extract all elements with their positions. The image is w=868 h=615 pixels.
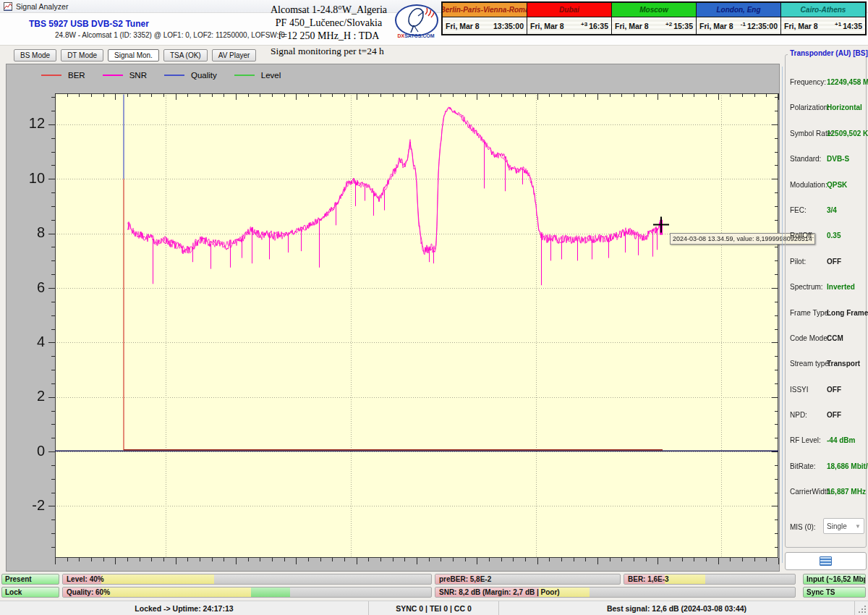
satellite-line1: Alcomsat 1-24.8°W_Algeria <box>255 4 403 17</box>
clock-time-text: 15:35 <box>673 22 693 30</box>
clock-time-text: 13:35:00 <box>493 22 524 30</box>
legend-label: Quality <box>191 71 217 80</box>
clock-city: Berlin-Paris-Vienna-Roma <box>443 3 527 17</box>
meter-label: BER: 1,6E-3 <box>628 575 669 583</box>
field-label: ISSYI <box>790 386 809 394</box>
signal-plot-canvas[interactable] <box>7 86 780 572</box>
clock-time-row: Fri, Mar 8+215:35 <box>612 17 696 34</box>
meter-label: Quality: 60% <box>67 588 110 596</box>
clock-time-value: 13:35:00 <box>493 22 524 30</box>
legend-swatch <box>234 75 255 76</box>
clock-time-value: +316:35 <box>579 22 608 30</box>
clock-column-1: Berlin-Paris-Vienna-RomaFri, Mar 813:35:… <box>443 3 527 34</box>
meter-label: preBER: 5,8E-2 <box>439 575 491 583</box>
meter-bar: BER: 1,6E-3 <box>624 574 796 585</box>
tab-tsa-ok[interactable]: TSA (OK) <box>163 49 208 62</box>
clock-city: London, Eng <box>697 3 780 17</box>
field-value: 12509,502 KS/s <box>827 130 868 137</box>
tab-bar: BS ModeDT ModeSignal Mon.TSA (OK)AV Play… <box>14 49 256 62</box>
clock-column-3: MoscowFri, Mar 8+215:35 <box>612 3 697 34</box>
legend-label: SNR <box>129 71 147 80</box>
field-label: Stream type: <box>790 360 831 368</box>
field-value: Horizontal <box>827 103 862 111</box>
field-label: NPD: <box>790 411 807 419</box>
panel-splitter[interactable] <box>782 67 783 563</box>
field-value: Transport <box>827 360 860 368</box>
clock-date: Fri, Mar 8 <box>446 22 480 30</box>
status-badge: Present <box>1 574 59 585</box>
field-value: Inverted <box>827 283 855 291</box>
meter-label: Level: 40% <box>67 575 104 583</box>
status-badge: Sync TS <box>803 587 866 598</box>
field-value: Long Frame <box>827 309 868 317</box>
tab-dt-mode[interactable]: DT Mode <box>61 49 103 62</box>
chevron-down-icon: ▼ <box>855 523 861 530</box>
statusbar: Locked -> Uptime: 24:17:13 SYNC 0 | TEI … <box>0 601 868 615</box>
statusbar-best-signal: Best signal: 12,6 dB (2024-03-08 03:44) <box>499 601 855 615</box>
clock-time-row: Fri, Mar 8+316:35 <box>527 17 611 34</box>
clock-column-4: London, EngFri, Mar 8-112:35:00 <box>697 3 781 34</box>
clock-column-5: Cairo-AthensFri, Mar 8+114:35 <box>781 3 865 34</box>
resize-grip[interactable] <box>855 601 868 615</box>
transponder-fields: Frequency:12249,458 MHzPolarization:Hori… <box>786 72 867 508</box>
status-badge: Lock <box>1 587 59 598</box>
tab-bs-mode[interactable]: BS Mode <box>14 49 56 62</box>
legend-swatch <box>164 75 184 76</box>
field-value: DVB-S <box>827 155 849 163</box>
field-label: Frame Type: <box>790 309 830 317</box>
clock-time-row: Fri, Mar 813:35:00 <box>443 17 527 34</box>
legend-swatch <box>41 75 61 76</box>
field-value: 18,686 Mbit/s <box>827 462 868 470</box>
field-value: CCM <box>827 334 843 342</box>
field-row: Polarization:Horizontal <box>786 98 867 123</box>
field-row: Stream type:Transport <box>786 354 867 379</box>
clock-time-text: 12:35:00 <box>747 22 778 30</box>
field-label: BitRate: <box>790 462 816 470</box>
field-row: Frame Type:Long Frame <box>786 303 867 328</box>
tab-av-player[interactable]: AV Player <box>212 49 257 62</box>
mis-dropdown[interactable]: Single ▼ <box>823 518 864 534</box>
monitoring-title: Signal monitoring per t=24 h <box>271 46 384 57</box>
stream-capture-button[interactable] <box>785 552 867 570</box>
field-row: CarrierWidth:16,887 MHz <box>786 482 867 507</box>
field-value: 3/4 <box>827 206 837 214</box>
clock-time-value: +114:35 <box>833 22 862 30</box>
field-row: BitRate:18,686 Mbit/s <box>786 457 867 482</box>
legend-item-snr: SNR <box>103 71 147 80</box>
meter-bar: SNR: 8,2 dB (Margin: 2,7 dB | Poor) <box>435 587 796 598</box>
app-icon <box>4 2 12 11</box>
meter-segment-green <box>251 588 290 597</box>
field-value: OFF <box>827 258 841 266</box>
satellite-line2: PF 450_Lučenec/Slovakia <box>255 17 403 30</box>
clock-city: Cairo-Athens <box>781 3 865 17</box>
meters: PresentLevel: 40%preBER: 5,8E-2BER: 1,6E… <box>0 573 868 600</box>
meter-bar: Level: 40% <box>62 574 432 585</box>
clock-time-value: +215:35 <box>664 22 693 30</box>
field-label: Pilot: <box>790 258 806 266</box>
chart-widget: BERSNRQualityLevel 2024-03-08 13.34.59, … <box>6 64 780 572</box>
legend-label: BER <box>68 71 85 80</box>
clock-time-value: -112:35:00 <box>739 22 778 30</box>
satellite-dish-icon <box>395 4 438 36</box>
field-value: 16,887 MHz <box>827 488 866 496</box>
signal-analyzer-window: Signal Analyzer TBS 5927 USB DVB-S2 Tune… <box>0 0 868 615</box>
field-row: ISSYIOFF <box>786 380 867 405</box>
dxsatcs-logo: DXSATCS.COM <box>393 4 438 39</box>
field-label: RF Level: <box>790 436 821 444</box>
clock-city: Dubai <box>527 3 611 17</box>
clock-column-2: DubaiFri, Mar 8+316:35 <box>527 3 612 34</box>
clock-utc-offset: +1 <box>835 21 841 27</box>
satellite-line3: f=12 250 MHz_H : TDA <box>255 30 403 43</box>
field-value: 0.35 <box>827 232 841 239</box>
transponder-fieldset: Frequency:12249,458 MHzPolarization:Hori… <box>785 54 867 548</box>
mis-value: Single <box>827 522 847 530</box>
field-label: Polarization: <box>790 103 830 111</box>
clock-time-row: Fri, Mar 8-112:35:00 <box>697 17 780 34</box>
statusbar-sync: SYNC 0 | TEI 0 | CC 0 <box>369 601 499 615</box>
tuner-title: TBS 5927 USB DVB-S2 Tuner <box>29 19 149 29</box>
field-label: RollOff: <box>790 232 814 239</box>
meter-label: SNR: 8,2 dB (Margin: 2,7 dB | Poor) <box>439 588 560 596</box>
field-row: FEC:3/4 <box>786 200 867 226</box>
world-clocks: Berlin-Paris-Vienna-RomaFri, Mar 813:35:… <box>441 1 867 35</box>
tab-signal-mon[interactable]: Signal Mon. <box>108 49 159 62</box>
